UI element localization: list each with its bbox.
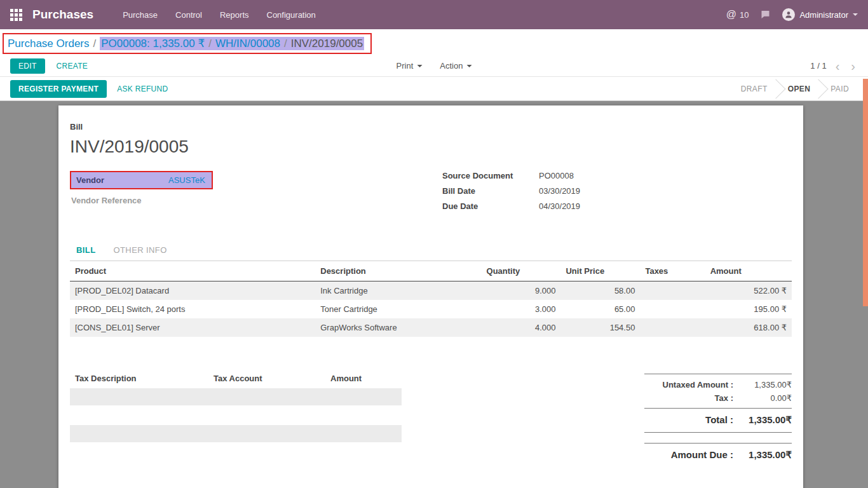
scrollbar-thumb[interactable]	[863, 79, 868, 306]
cell-product: [PROD_DEL] Switch, 24 ports	[70, 300, 315, 318]
empty-payment-row	[70, 425, 402, 442]
menu-purchase[interactable]: Purchase	[115, 6, 165, 24]
cell-amount: 195.00 ₹	[705, 300, 792, 318]
edit-button[interactable]: EDIT	[10, 58, 45, 74]
tab-bill[interactable]: BILL	[76, 245, 95, 255]
tax-lines-table: Tax Description Tax Account Amount	[70, 374, 402, 442]
table-row[interactable]: [CONS_DEL01] Server GrapWorks Software 4…	[70, 318, 792, 337]
header-description: Description	[315, 261, 481, 281]
action-dropdown[interactable]: Action	[440, 61, 471, 71]
cell-taxes	[640, 300, 705, 318]
action-label: Action	[440, 61, 463, 71]
breadcrumb-row: Purchase Orders/PO00008: 1,335.00 ₹/WH/I…	[0, 29, 868, 55]
create-button[interactable]: CREATE	[54, 58, 91, 74]
top-navbar: Purchases Purchase Control Reports Confi…	[0, 0, 868, 29]
cell-taxes	[640, 281, 705, 301]
header-quantity: Quantity	[482, 261, 561, 281]
amount-due-row: Amount Due : 1,335.00₹	[644, 443, 792, 463]
total-value: 1,335.00₹	[742, 414, 792, 426]
activity-count-badge: 10	[740, 10, 749, 20]
user-menu-caret-icon	[853, 13, 858, 16]
total-row: Total : 1,335.00₹	[644, 409, 792, 433]
breadcrumb-current: INV/2019/0005	[291, 37, 363, 50]
at-icon: @	[726, 9, 736, 20]
apps-menu-icon[interactable]	[10, 9, 22, 21]
vendor-value-link[interactable]: ASUSTeK	[168, 175, 205, 185]
form-view-background: Bill INV/2019/0005 Vendor ASUSTeK Vendor…	[0, 101, 868, 488]
print-dropdown[interactable]: Print	[397, 61, 423, 71]
source-document-label: Source Document	[442, 171, 539, 180]
breadcrumb-po00008[interactable]: PO00008: 1,335.00 ₹	[101, 37, 205, 50]
vendor-label: Vendor	[76, 175, 168, 185]
cell-unit-price: 154.50	[560, 318, 640, 337]
cell-description: Toner Cartridge	[315, 300, 481, 318]
breadcrumb-purchase-orders[interactable]: Purchase Orders	[8, 37, 90, 50]
messaging-icon[interactable]	[760, 10, 771, 20]
vendor-reference-label: Vendor Reference	[70, 196, 431, 205]
user-menu[interactable]: Administrator	[782, 8, 858, 21]
tax-row: Tax : 0.00₹	[644, 391, 792, 409]
print-caret-icon	[417, 65, 422, 67]
table-row[interactable]: [PROD_DEL] Switch, 24 ports Toner Cartri…	[70, 300, 792, 318]
main-menu: Purchase Control Reports Configuration	[115, 6, 323, 24]
table-header-row: Product Description Quantity Unit Price …	[70, 261, 792, 281]
cell-unit-price: 58.00	[560, 281, 640, 301]
vendor-field-row: Vendor ASUSTeK	[71, 172, 212, 188]
scrollbar[interactable]	[863, 79, 868, 488]
activities-button[interactable]: @ 10	[726, 9, 749, 20]
breadcrumb-separator: /	[90, 37, 100, 50]
due-date-label: Due Date	[442, 201, 539, 211]
total-label: Total :	[705, 414, 733, 425]
untaxed-amount-row: Untaxed Amount : 1,335.00₹	[644, 378, 792, 391]
amount-due-label: Amount Due :	[671, 449, 733, 460]
source-document-value: PO00008	[539, 171, 792, 180]
pager-next-icon[interactable]: ›	[848, 60, 858, 72]
due-date-value: 04/30/2019	[539, 201, 792, 211]
breadcrumb-wh-in[interactable]: WH/IN/00008	[215, 37, 280, 50]
cell-unit-price: 65.00	[560, 300, 640, 318]
header-amount: Amount	[705, 261, 792, 281]
menu-control[interactable]: Control	[168, 6, 210, 24]
untaxed-amount-label: Untaxed Amount :	[663, 380, 733, 390]
app-title[interactable]: Purchases	[32, 8, 93, 22]
header-tax-account: Tax Account	[214, 374, 330, 383]
totals-panel: Untaxed Amount : 1,335.00₹ Tax : 0.00₹ T…	[644, 374, 792, 463]
header-taxes: Taxes	[640, 261, 705, 281]
document-number: INV/2019/0005	[70, 137, 792, 157]
tax-label: Tax :	[715, 393, 733, 403]
table-row[interactable]: [PROD_DEL02] Datacard Ink Cartridge 9.00…	[70, 281, 792, 301]
bill-date-label: Bill Date	[442, 186, 539, 196]
header-tax-description: Tax Description	[75, 374, 214, 383]
user-avatar	[782, 8, 795, 21]
cell-quantity: 4.000	[482, 318, 561, 337]
bill-info-group: Source Document PO00008 Bill Date 03/30/…	[442, 171, 792, 211]
cell-taxes	[640, 318, 705, 337]
header-product: Product	[70, 261, 315, 281]
notebook-tabs: BILL OTHER INFO	[70, 245, 792, 261]
header-tax-amount: Amount	[330, 374, 394, 383]
cell-product: [CONS_DEL01] Server	[70, 318, 315, 337]
cell-product: [PROD_DEL02] Datacard	[70, 281, 315, 301]
untaxed-amount-value: 1,335.00₹	[742, 380, 792, 390]
tab-other-info[interactable]: OTHER INFO	[113, 245, 166, 255]
breadcrumb-separator: /	[280, 37, 291, 50]
tax-value: 0.00₹	[742, 393, 792, 403]
header-unit-price: Unit Price	[560, 261, 640, 281]
menu-configuration[interactable]: Configuration	[259, 6, 323, 24]
status-pipeline: DRAFT OPEN PAID	[731, 77, 868, 100]
invoice-lines-table: Product Description Quantity Unit Price …	[70, 261, 792, 337]
print-label: Print	[397, 61, 414, 71]
breadcrumb: Purchase Orders/PO00008: 1,335.00 ₹/WH/I…	[8, 37, 364, 50]
register-payment-button[interactable]: REGISTER PAYMENT	[10, 80, 107, 98]
bill-sheet: Bill INV/2019/0005 Vendor ASUSTeK Vendor…	[58, 105, 803, 488]
status-bar: REGISTER PAYMENT ASK REFUND DRAFT OPEN P…	[0, 77, 868, 101]
cell-quantity: 3.000	[482, 300, 561, 318]
breadcrumb-highlight: PO00008: 1,335.00 ₹/WH/IN/00008/INV/2019…	[100, 37, 364, 50]
ask-refund-button[interactable]: ASK REFUND	[117, 85, 168, 93]
annotation-box-breadcrumb: Purchase Orders/PO00008: 1,335.00 ₹/WH/I…	[3, 33, 372, 54]
pager-previous-icon[interactable]: ‹	[833, 60, 843, 72]
annotation-box-vendor: Vendor ASUSTeK	[70, 171, 213, 189]
breadcrumb-separator: /	[205, 37, 215, 50]
menu-reports[interactable]: Reports	[212, 6, 257, 24]
control-panel: EDIT CREATE Print Action 1 / 1 ‹ ›	[0, 55, 868, 77]
